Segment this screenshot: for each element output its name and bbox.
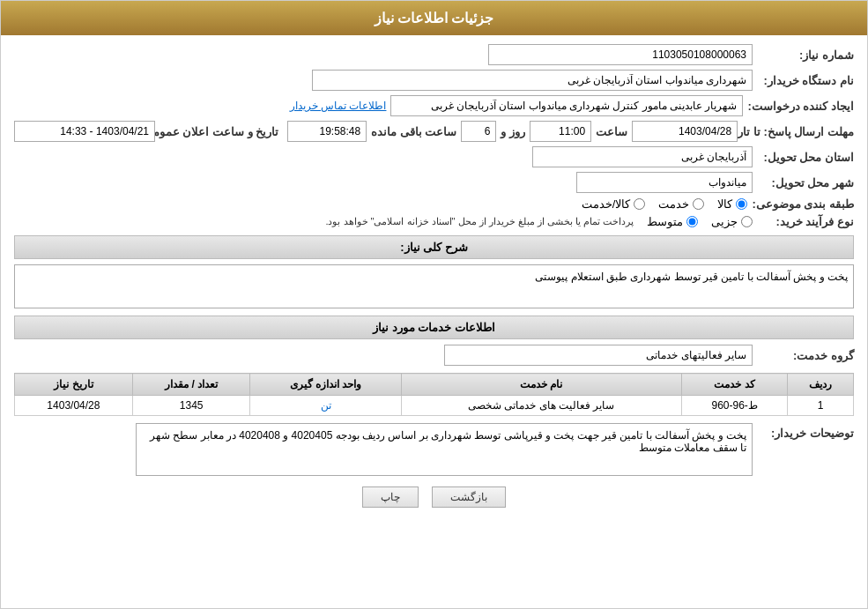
requester-label: ایجاد کننده درخواست: [747,100,854,113]
cell-quantity: 1345 [132,396,250,416]
deadline-timeleft-input[interactable] [287,121,367,142]
deadline-time-label: ساعت [596,125,627,138]
category-khedmat-label: خدمت [658,197,689,211]
category-kala-khedmat: کالا/خدمت [582,197,646,211]
services-table: ردیف کد خدمت نام خدمت واحد اندازه گیری ت… [14,373,854,416]
purchase-jozi: جزیی [711,215,753,228]
requester-input[interactable] [390,95,743,116]
col-name: نام خدمت [401,374,681,396]
page-header: جزئیات اطلاعات نیاز [1,1,867,35]
col-date: تاریخ نیاز [15,374,133,396]
cell-code: ط-96-960 [681,396,787,416]
category-label: طبقه بندی موضوعی: [752,197,854,211]
province-row: استان محل تحویل: [14,146,854,167]
buyer-notes-row: توضیحات خریدار: پخت و پخش آسفالت با تامی… [14,423,854,476]
description-section-title: شرح کلی نیاز: [14,235,854,259]
return-button[interactable]: بازگشت [432,486,506,508]
purchase-motavasset-radio[interactable] [686,216,698,227]
cell-date: 1403/04/28 [15,396,133,416]
contact-link[interactable]: اطلاعات تماس خریدار [290,100,387,112]
reference-number-input[interactable] [488,44,753,65]
cell-name: سایر فعالیت های خدماتی شخصی [401,396,681,416]
purchase-motavasset: متوسط [647,215,698,228]
deadline-days-input[interactable] [461,121,496,142]
service-group-label: گروه خدمت: [757,349,854,362]
service-info-title: اطلاعات خدمات مورد نیاز [14,316,854,339]
buyer-notes-label: توضیحات خریدار: [757,423,854,440]
deadline-date-input[interactable] [632,121,738,142]
category-kala-khedmat-label: کالا/خدمت [582,197,631,211]
description-text: پخت و پخش آسفالت با تامین قیر توسط شهردا… [14,264,854,308]
announce-input[interactable] [14,121,155,142]
buyer-org-row: نام دستگاه خریدار: [14,70,854,91]
category-kala-label: کالا [717,197,732,211]
category-khedmat: خدمت [658,197,704,211]
page-wrapper: جزئیات اطلاعات نیاز شماره نیاز: نام دستگ… [0,0,868,609]
print-button[interactable]: چاپ [362,486,419,508]
cell-unit: تن [250,396,401,416]
category-row: طبقه بندی موضوعی: کالا خدمت کالا/خدمت [14,197,854,211]
action-buttons: بازگشت چاپ [14,486,854,508]
city-input[interactable] [576,172,753,193]
table-body: 1 ط-96-960 سایر فعالیت های خدماتی شخصی ت… [15,396,854,416]
col-unit: واحد اندازه گیری [250,374,401,396]
purchase-type-row: نوع فرآیند خرید: جزیی متوسط پرداخت تمام … [14,215,854,228]
purchase-note: پرداخت تمام یا بخشی از مبلغ خریدار از مح… [325,216,634,227]
col-row: ردیف [788,374,854,396]
purchase-type-radio-group: جزیی متوسط [647,215,753,228]
deadline-remain-label: ساعت باقی مانده [371,125,456,138]
category-kala-khedmat-radio[interactable] [634,198,645,210]
page-title: جزئیات اطلاعات نیاز [375,11,494,26]
service-group-row: گروه خدمت: [14,345,854,366]
purchase-jozi-radio[interactable] [741,216,753,227]
category-khedmat-radio[interactable] [693,198,704,210]
announce-label: تاریخ و ساعت اعلان عمومی: [160,125,278,138]
deadline-label: مهلت ارسال پاسخ: تا تاریخ: [742,125,854,138]
purchase-jozi-label: جزیی [711,215,738,228]
province-input[interactable] [532,146,753,167]
buyer-org-label: نام دستگاه خریدار: [757,74,854,87]
table-header: ردیف کد خدمت نام خدمت واحد اندازه گیری ت… [15,374,854,396]
category-kala: کالا [717,197,747,211]
buyer-org-input[interactable] [312,70,753,91]
table-row: 1 ط-96-960 سایر فعالیت های خدماتی شخصی ت… [15,396,854,416]
deadline-day-label: روز و [501,125,525,138]
col-quantity: تعداد / مقدار [132,374,250,396]
requester-row: ایجاد کننده درخواست: اطلاعات تماس خریدار [14,95,854,116]
category-radio-group: کالا خدمت کالا/خدمت [582,197,748,211]
city-row: شهر محل تحویل: [14,172,854,193]
services-table-section: ردیف کد خدمت نام خدمت واحد اندازه گیری ت… [14,373,854,416]
cell-row: 1 [788,396,854,416]
col-code: کد خدمت [681,374,787,396]
description-area: پخت و پخش آسفالت با تامین قیر توسط شهردا… [14,264,854,308]
service-group-input[interactable] [444,345,753,366]
purchase-motavasset-label: متوسط [647,215,683,228]
city-label: شهر محل تحویل: [757,176,854,189]
reference-number-label: شماره نیاز: [757,48,854,62]
content-area: شماره نیاز: نام دستگاه خریدار: ایجاد کنن… [1,35,867,525]
province-label: استان محل تحویل: [757,151,854,164]
category-kala-radio[interactable] [736,198,747,210]
reference-number-row: شماره نیاز: [14,44,854,65]
deadline-row: مهلت ارسال پاسخ: تا تاریخ: ساعت روز و سا… [14,121,854,142]
purchase-type-label: نوع فرآیند خرید: [757,215,854,228]
buyer-notes-text: پخت و پخش آسفالت با تامین قیر جهت پخت و … [136,423,753,476]
deadline-time-input[interactable] [530,121,591,142]
